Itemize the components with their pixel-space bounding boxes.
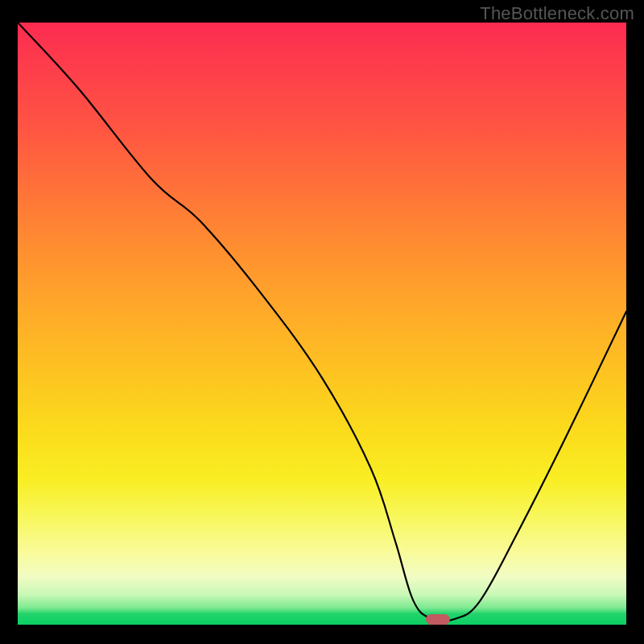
watermark-text: TheBottleneck.com: [480, 3, 634, 24]
optimal-marker: [426, 614, 450, 625]
plot-area: [18, 23, 626, 625]
bottleneck-curve: [18, 23, 626, 625]
chart-frame: TheBottleneck.com: [0, 0, 644, 644]
